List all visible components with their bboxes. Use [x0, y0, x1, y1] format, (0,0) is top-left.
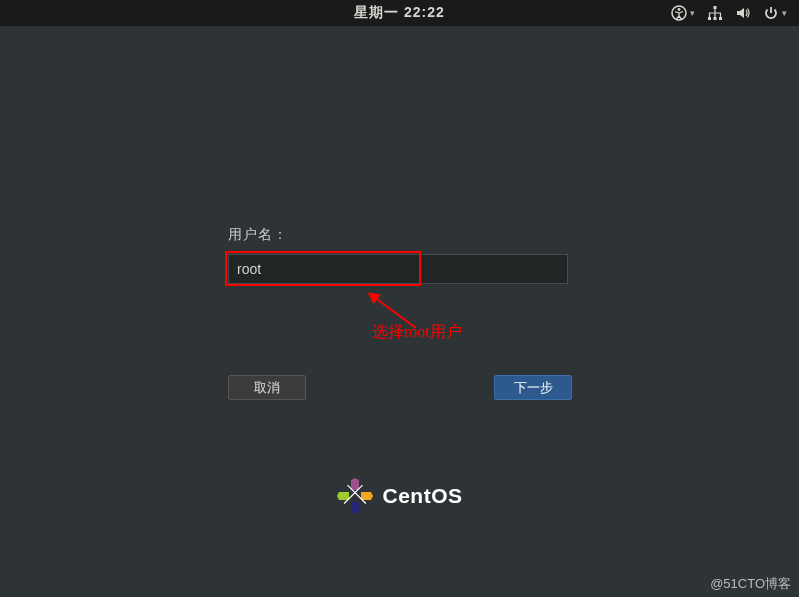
topbar-right: ▾ ▾: [671, 5, 787, 21]
accessibility-icon: [671, 5, 687, 21]
svg-rect-8: [350, 480, 358, 490]
time-label: 22:22: [404, 4, 445, 20]
svg-rect-3: [708, 17, 711, 20]
centos-brand-text: CentOS: [382, 484, 462, 508]
button-row: 取消 下一步: [228, 375, 572, 400]
username-label: 用户名：: [228, 226, 572, 244]
clock: 星期一 22:22: [354, 4, 445, 22]
cancel-button[interactable]: 取消: [228, 375, 306, 400]
username-input-wrap: [228, 254, 572, 284]
svg-rect-10: [350, 502, 358, 512]
power-menu[interactable]: ▾: [763, 5, 787, 21]
svg-rect-4: [714, 17, 717, 20]
volume-menu[interactable]: [735, 5, 751, 21]
caret-down-icon: ▾: [782, 8, 787, 18]
svg-point-1: [678, 8, 681, 11]
watermark: @51CTO博客: [710, 575, 791, 593]
svg-rect-11: [338, 492, 348, 500]
volume-icon: [735, 5, 751, 21]
network-icon: [707, 5, 723, 21]
caret-down-icon: ▾: [690, 8, 695, 18]
svg-rect-5: [719, 17, 722, 20]
annotation-arrow: [366, 293, 426, 333]
next-button[interactable]: 下一步: [494, 375, 572, 400]
login-form: 用户名：: [228, 226, 572, 284]
svg-rect-2: [714, 6, 717, 9]
annotation-text: 选择root用户: [372, 322, 462, 343]
weekday-label: 星期一: [354, 4, 399, 20]
network-menu[interactable]: [707, 5, 723, 21]
centos-logo: CentOS: [336, 478, 462, 514]
username-input[interactable]: [228, 254, 568, 284]
power-icon: [763, 5, 779, 21]
svg-line-7: [374, 297, 416, 328]
accessibility-menu[interactable]: ▾: [671, 5, 695, 21]
centos-logo-icon: [336, 478, 372, 514]
top-bar: 星期一 22:22 ▾: [0, 0, 799, 26]
svg-rect-9: [360, 492, 370, 500]
